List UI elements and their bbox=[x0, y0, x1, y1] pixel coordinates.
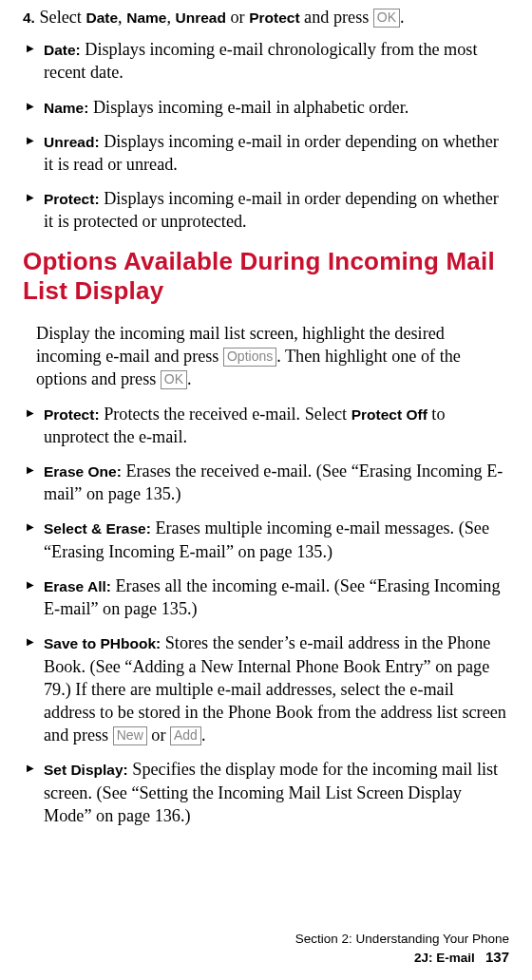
footer-line1: Section 2: Understanding Your Phone bbox=[295, 931, 509, 948]
intro-t3: . bbox=[187, 369, 192, 388]
opt-date: Date bbox=[86, 9, 118, 26]
footer-section: 2J: E-mail bbox=[414, 951, 475, 965]
bullet-label: Name: bbox=[44, 100, 88, 116]
sep: or bbox=[226, 8, 249, 27]
new-key: New bbox=[113, 726, 147, 745]
sep: , bbox=[118, 8, 126, 27]
step-text-post: and press bbox=[300, 8, 373, 27]
content: 4. Select Date, Name, Unread or Protect … bbox=[23, 6, 509, 827]
bullet-text: or bbox=[147, 726, 170, 744]
bullet-desc: Displays incoming e-mail in alphabetic o… bbox=[88, 98, 408, 117]
list-item: Protect: Displays incoming e-mail in ord… bbox=[23, 187, 509, 233]
bullet-label: Protect: bbox=[44, 191, 100, 207]
section-heading: Options Available During Incoming Mail L… bbox=[23, 247, 509, 307]
ok-key: OK bbox=[161, 370, 187, 389]
bullet-desc: Displays incoming e-mail chronologically… bbox=[44, 40, 478, 82]
step-text-pre: Select bbox=[39, 8, 86, 27]
inline-bold: Protect Off bbox=[352, 406, 428, 423]
bullet-desc: Displays incoming e-mail in order depend… bbox=[44, 189, 499, 231]
sort-options-list: Date: Displays incoming e-mail chronolog… bbox=[23, 38, 509, 233]
bullet-label: Erase One: bbox=[44, 463, 122, 480]
page-footer: Section 2: Understanding Your Phone 2J: … bbox=[295, 931, 509, 967]
bullet-label: Select & Erase: bbox=[44, 520, 151, 537]
bullet-text: Erases all the incoming e-mail. (See “Er… bbox=[44, 576, 501, 618]
bullet-label: Set Display: bbox=[44, 762, 128, 778]
bullet-label: Erase All: bbox=[44, 578, 111, 594]
opt-unread: Unread bbox=[176, 9, 226, 26]
bullet-label: Unread: bbox=[44, 134, 100, 150]
bullet-text: . bbox=[201, 726, 206, 744]
page-number: 137 bbox=[485, 949, 509, 965]
list-item: Date: Displays incoming e-mail chronolog… bbox=[23, 38, 509, 84]
footer-line2: 2J: E-mail 137 bbox=[295, 948, 509, 967]
list-item: Unread: Displays incoming e-mail in orde… bbox=[23, 130, 509, 176]
step-4: 4. Select Date, Name, Unread or Protect … bbox=[23, 6, 509, 28]
bullet-label: Save to PHbook: bbox=[44, 635, 161, 651]
list-item: Erase One: Erases the received e-mail. (… bbox=[23, 460, 509, 505]
list-item: Erase All: Erases all the incoming e-mai… bbox=[23, 575, 509, 620]
step-number: 4. bbox=[23, 9, 35, 26]
intro-paragraph: Display the incoming mail list screen, h… bbox=[36, 322, 509, 391]
bullet-label: Protect: bbox=[44, 406, 100, 423]
bullet-label: Date: bbox=[44, 42, 81, 58]
list-item: Select & Erase: Erases multiple incoming… bbox=[23, 517, 509, 562]
bullet-desc: Displays incoming e-mail in order depend… bbox=[44, 132, 499, 174]
list-item: Name: Displays incoming e-mail in alphab… bbox=[23, 96, 509, 119]
options-key: Options bbox=[223, 348, 276, 367]
page: 4. Select Date, Name, Unread or Protect … bbox=[0, 0, 532, 980]
add-key: Add bbox=[170, 726, 201, 745]
list-item: Protect: Protects the received e-mail. S… bbox=[23, 403, 509, 448]
options-list: Protect: Protects the received e-mail. S… bbox=[23, 403, 509, 827]
sep: , bbox=[166, 8, 175, 27]
step-end: . bbox=[400, 8, 405, 27]
opt-protect: Protect bbox=[249, 9, 299, 26]
list-item: Save to PHbook: Stores the sender’s e-ma… bbox=[23, 631, 509, 746]
opt-name: Name bbox=[126, 9, 166, 26]
ok-key: OK bbox=[373, 9, 400, 28]
list-item: Set Display: Specifies the display mode … bbox=[23, 758, 509, 827]
bullet-text: Protects the received e-mail. Select bbox=[100, 405, 352, 424]
